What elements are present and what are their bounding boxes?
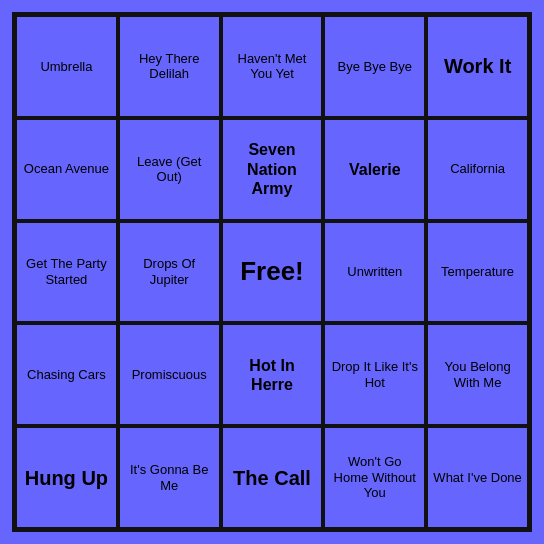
bingo-cell-r2c4[interactable]: Temperature — [426, 221, 529, 324]
cell-text-r2c4: Temperature — [441, 264, 514, 280]
bingo-cell-r4c4[interactable]: What I've Done — [426, 426, 529, 529]
bingo-cell-r1c4[interactable]: California — [426, 118, 529, 221]
cell-text-r2c3: Unwritten — [347, 264, 402, 280]
cell-text-r4c4: What I've Done — [433, 470, 521, 486]
cell-text-r2c0: Get The Party Started — [21, 256, 112, 287]
bingo-cell-r4c3[interactable]: Won't Go Home Without You — [323, 426, 426, 529]
cell-text-r0c4: Work It — [444, 54, 511, 78]
bingo-cell-r3c3[interactable]: Drop It Like It's Hot — [323, 323, 426, 426]
bingo-cell-r3c0[interactable]: Chasing Cars — [15, 323, 118, 426]
cell-text-r1c0: Ocean Avenue — [24, 161, 109, 177]
cell-text-r1c3: Valerie — [349, 160, 401, 179]
cell-text-r4c1: It's Gonna Be Me — [124, 462, 215, 493]
bingo-cell-r4c1[interactable]: It's Gonna Be Me — [118, 426, 221, 529]
cell-text-r1c1: Leave (Get Out) — [124, 154, 215, 185]
bingo-cell-r1c0[interactable]: Ocean Avenue — [15, 118, 118, 221]
cell-text-r4c2: The Call — [233, 466, 311, 490]
bingo-cell-r1c3[interactable]: Valerie — [323, 118, 426, 221]
cell-text-r3c0: Chasing Cars — [27, 367, 106, 383]
bingo-cell-r2c1[interactable]: Drops Of Jupiter — [118, 221, 221, 324]
bingo-cell-r4c0[interactable]: Hung Up — [15, 426, 118, 529]
cell-text-r4c0: Hung Up — [25, 466, 108, 490]
bingo-cell-r1c1[interactable]: Leave (Get Out) — [118, 118, 221, 221]
cell-text-r0c3: Bye Bye Bye — [338, 59, 412, 75]
cell-text-r3c3: Drop It Like It's Hot — [329, 359, 420, 390]
cell-text-r1c2: Seven Nation Army — [227, 140, 318, 198]
cell-text-r0c2: Haven't Met You Yet — [227, 51, 318, 82]
bingo-board: UmbrellaHey There DelilahHaven't Met You… — [12, 12, 532, 532]
bingo-cell-r3c2[interactable]: Hot In Herre — [221, 323, 324, 426]
bingo-cell-r2c2[interactable]: Free! — [221, 221, 324, 324]
bingo-cell-r2c3[interactable]: Unwritten — [323, 221, 426, 324]
bingo-cell-r4c2[interactable]: The Call — [221, 426, 324, 529]
cell-text-r3c1: Promiscuous — [132, 367, 207, 383]
cell-text-r3c4: You Belong With Me — [432, 359, 523, 390]
cell-text-r2c1: Drops Of Jupiter — [124, 256, 215, 287]
bingo-cell-r0c2[interactable]: Haven't Met You Yet — [221, 15, 324, 118]
bingo-cell-r3c1[interactable]: Promiscuous — [118, 323, 221, 426]
cell-text-r0c1: Hey There Delilah — [124, 51, 215, 82]
bingo-cell-r3c4[interactable]: You Belong With Me — [426, 323, 529, 426]
cell-text-r0c0: Umbrella — [40, 59, 92, 75]
bingo-cell-r0c0[interactable]: Umbrella — [15, 15, 118, 118]
cell-text-r1c4: California — [450, 161, 505, 177]
bingo-cell-r0c3[interactable]: Bye Bye Bye — [323, 15, 426, 118]
cell-text-r2c2: Free! — [240, 256, 304, 287]
bingo-cell-r2c0[interactable]: Get The Party Started — [15, 221, 118, 324]
cell-text-r4c3: Won't Go Home Without You — [329, 454, 420, 501]
bingo-cell-r0c4[interactable]: Work It — [426, 15, 529, 118]
cell-text-r3c2: Hot In Herre — [227, 356, 318, 394]
bingo-cell-r1c2[interactable]: Seven Nation Army — [221, 118, 324, 221]
bingo-cell-r0c1[interactable]: Hey There Delilah — [118, 15, 221, 118]
